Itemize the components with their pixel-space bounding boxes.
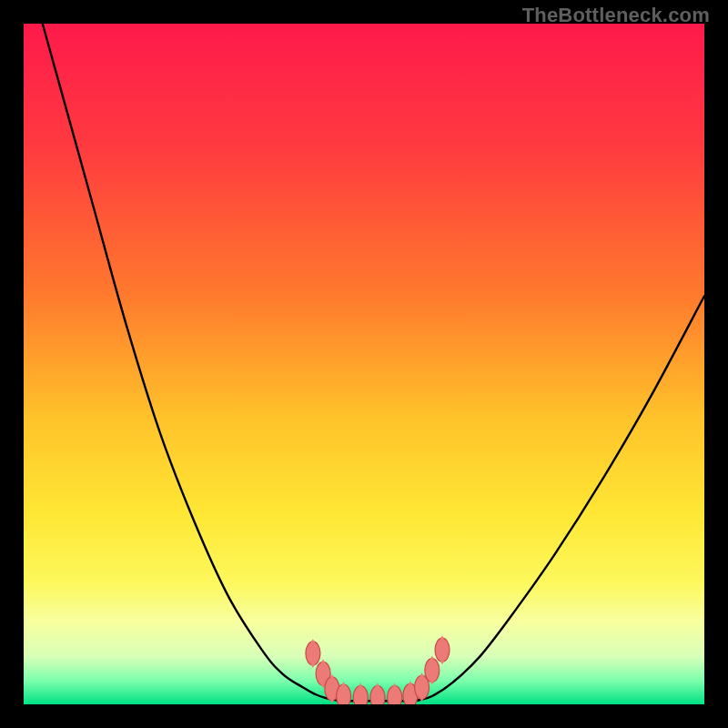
svg-point-6: [388, 686, 402, 704]
outer-black-frame: TheBottleneck.com: [0, 0, 728, 728]
chart-plot-area: [24, 24, 704, 704]
svg-point-4: [353, 686, 368, 704]
gradient-background: [24, 24, 704, 704]
chart-svg: [24, 24, 704, 704]
svg-point-9: [425, 659, 440, 682]
svg-point-0: [306, 642, 320, 665]
svg-point-5: [370, 686, 385, 704]
svg-point-3: [337, 684, 351, 704]
svg-point-10: [435, 638, 450, 662]
watermark-text: TheBottleneck.com: [522, 4, 710, 27]
